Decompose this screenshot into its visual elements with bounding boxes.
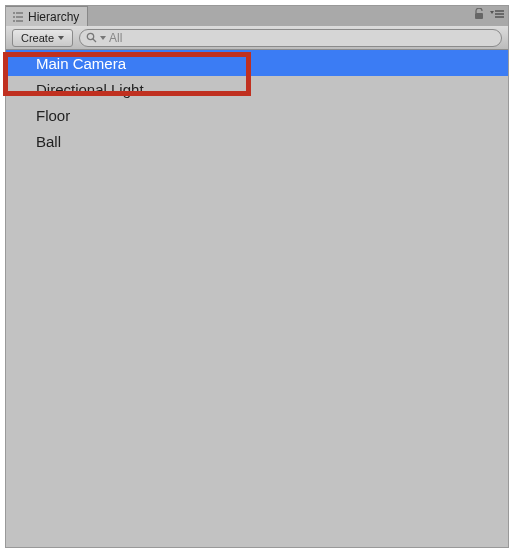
- hierarchy-toolbar: Create: [6, 26, 508, 50]
- svg-rect-6: [475, 13, 483, 19]
- tab-hierarchy[interactable]: Hierarchy: [6, 6, 88, 26]
- search-filter-icon[interactable]: [100, 36, 106, 40]
- list-item[interactable]: Floor: [6, 102, 508, 128]
- search-icon: [86, 32, 97, 43]
- create-button[interactable]: Create: [12, 29, 73, 47]
- search-input[interactable]: [109, 31, 495, 45]
- dropdown-icon: [58, 36, 64, 40]
- svg-line-12: [93, 39, 96, 42]
- list-item[interactable]: Ball: [6, 128, 508, 154]
- lock-icon[interactable]: [474, 8, 484, 20]
- item-label: Ball: [36, 133, 61, 150]
- panel-menu-icon[interactable]: [490, 9, 504, 19]
- list-item[interactable]: Directional Light: [6, 76, 508, 102]
- hierarchy-list: Main CameraDirectional LightFloorBall: [6, 50, 508, 547]
- create-label: Create: [21, 32, 54, 44]
- svg-point-11: [87, 33, 93, 39]
- tab-label: Hierarchy: [28, 10, 79, 24]
- tab-bar: Hierarchy: [6, 6, 508, 26]
- item-label: Floor: [36, 107, 70, 124]
- search-field[interactable]: [79, 29, 502, 47]
- hierarchy-panel: Hierarchy Create: [5, 5, 509, 548]
- hierarchy-icon: [12, 11, 24, 23]
- svg-marker-7: [490, 11, 494, 14]
- item-label: Main Camera: [36, 55, 126, 72]
- list-item[interactable]: Main Camera: [6, 50, 508, 76]
- item-label: Directional Light: [36, 81, 144, 98]
